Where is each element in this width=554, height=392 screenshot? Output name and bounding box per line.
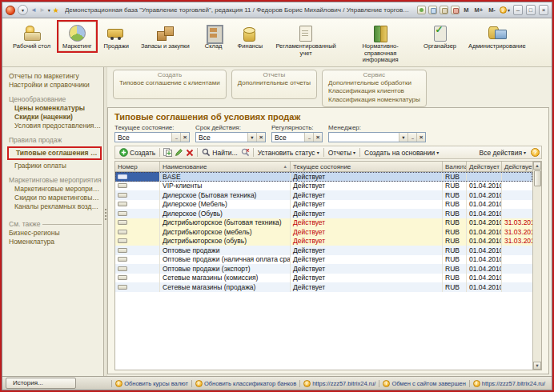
scroll-up-button[interactable] bbox=[533, 162, 541, 170]
table-row[interactable]: Дилерское (Обувь) Действует RUB 01.04.20… bbox=[115, 209, 532, 218]
minimize-button[interactable] bbox=[513, 5, 523, 15]
table-row[interactable]: Дилерское (Мебель) Действует RUB 01.04.2… bbox=[115, 200, 532, 210]
delete-button[interactable] bbox=[184, 149, 195, 157]
panel-action-link[interactable]: Типовое соглашение с клиентами bbox=[119, 79, 220, 88]
info-dropdown-button[interactable] bbox=[500, 6, 510, 14]
formula-calc-icon[interactable] bbox=[451, 6, 460, 14]
status-link[interactable]: Обмен с сайтом завершен bbox=[379, 380, 468, 387]
favorites-add-icon[interactable] bbox=[417, 6, 426, 14]
clear-filter-button[interactable] bbox=[416, 133, 425, 142]
clear-filter-button[interactable] bbox=[313, 133, 322, 142]
row-valid-from-cell: 01.04.2010 bbox=[467, 246, 502, 255]
table-row[interactable]: Оптовые продажи Действует RUB 01.04.2010 bbox=[115, 246, 532, 255]
sidebar-item[interactable]: Скидки по маркетинговым мероприят... bbox=[7, 194, 102, 202]
edit-button[interactable] bbox=[173, 148, 184, 157]
scroll-down-button[interactable] bbox=[533, 362, 541, 370]
column-header-currency[interactable]: Валюта bbox=[443, 162, 467, 171]
clear-filter-button[interactable] bbox=[180, 133, 189, 142]
nav-history-caret[interactable] bbox=[48, 7, 50, 13]
row-valid-to-cell: 31.03.2013 bbox=[502, 237, 532, 246]
back-button[interactable]: ◄ bbox=[30, 6, 37, 14]
choose-button[interactable] bbox=[171, 133, 180, 142]
panel-action-link[interactable]: Дополнительные обработки bbox=[328, 79, 420, 88]
sidebar-item[interactable]: Бизнес-регионы bbox=[7, 229, 102, 238]
favorites-star-icon[interactable]: ★ bbox=[53, 6, 59, 14]
column-header-from[interactable]: Действует с bbox=[467, 162, 502, 171]
column-header-to[interactable]: Действует по bbox=[502, 162, 532, 171]
panel-splitter[interactable] bbox=[103, 67, 107, 377]
reports-button[interactable]: Отчеты bbox=[326, 149, 358, 157]
memory-m-button[interactable]: M bbox=[462, 6, 470, 14]
table-row[interactable]: Сетевые магазины (комиссия) Действует RU… bbox=[115, 274, 532, 283]
panel-action-link[interactable]: Классификация номенклатуры bbox=[328, 96, 420, 105]
sidebar-item[interactable]: Каналы рекламных воздействий bbox=[7, 202, 102, 211]
sidebar-item[interactable]: Настройки и справочники bbox=[7, 81, 102, 90]
table-row[interactable]: Сетевые магазины (продажа) Действует RUB… bbox=[115, 282, 532, 292]
ribbon-section-tab[interactable]: Регламентированный учет bbox=[269, 20, 343, 59]
copy-button[interactable] bbox=[162, 148, 173, 157]
scrollbar-thumb[interactable] bbox=[534, 170, 541, 186]
filter-input[interactable]: Все bbox=[271, 132, 323, 142]
status-link[interactable]: https://zzz57.bitrix24.ru/ bbox=[299, 380, 379, 387]
sidebar-item[interactable]: Условия предоставления скидок (наце... bbox=[7, 122, 102, 130]
main-menu-button[interactable] bbox=[18, 5, 28, 15]
sidebar-item[interactable]: Типовые соглашения с клиентами bbox=[7, 146, 102, 160]
filter-input[interactable] bbox=[328, 132, 426, 142]
panel-action-link[interactable]: Классификация клиентов bbox=[328, 87, 420, 96]
ribbon-section-tab[interactable]: Органайзер bbox=[418, 20, 462, 53]
calendar-icon[interactable] bbox=[428, 6, 437, 14]
sidebar-item[interactable]: Цены номенклатуры bbox=[7, 104, 102, 113]
ribbon-section-tab[interactable]: Рабочий стол bbox=[7, 20, 56, 53]
window-title: Демонстрационная база "Управление торгов… bbox=[65, 6, 411, 14]
ribbon-section-tab[interactable]: Нормативно-справочная информация bbox=[343, 20, 417, 66]
column-header-name[interactable]: Наименование bbox=[160, 162, 291, 171]
sidebar-item[interactable]: Скидки (наценки) bbox=[7, 113, 102, 122]
table-row[interactable]: Дистрибьюторское (бытовая техника) Дейст… bbox=[115, 218, 532, 228]
memory-mplus-button[interactable]: M+ bbox=[472, 6, 484, 14]
table-row[interactable]: Оптовые продажи (экспорт) Действует RUB … bbox=[115, 264, 532, 274]
sidebar-item[interactable]: Отчеты по маркетингу bbox=[7, 72, 102, 81]
ribbon-section-tab[interactable]: Администрирование bbox=[463, 20, 532, 53]
calculator-icon[interactable] bbox=[440, 6, 448, 14]
status-link[interactable]: Обновить курсы валют bbox=[111, 380, 191, 387]
ribbon-section-tab[interactable]: Финансы bbox=[232, 20, 269, 53]
table-row[interactable]: Оптовые продажи (наличная оплата сразу) … bbox=[115, 255, 532, 265]
vertical-scrollbar[interactable] bbox=[532, 162, 541, 370]
table-row[interactable]: VIP-клиенты Действует RUB 01.04.2010 bbox=[115, 182, 532, 191]
all-actions-button[interactable]: Все действия bbox=[477, 149, 528, 157]
table-row[interactable]: Дистрибьюторское (мебель) Действует RUB … bbox=[115, 227, 532, 237]
find-button[interactable]: Найти... bbox=[199, 148, 239, 157]
ribbon-section-tab[interactable]: Запасы и закупки bbox=[135, 20, 195, 53]
ribbon-section-tab[interactable]: Маркетинг bbox=[57, 20, 97, 53]
memory-mminus-button[interactable]: M- bbox=[487, 6, 497, 14]
filter-input[interactable]: Все bbox=[195, 132, 266, 142]
table-row[interactable]: Дистрибьюторское (обувь) Действует RUB 0… bbox=[115, 237, 532, 246]
ribbon-section-tab[interactable]: Склад bbox=[196, 20, 231, 53]
choose-button[interactable] bbox=[407, 133, 416, 142]
column-header-state[interactable]: Текущее состояние bbox=[291, 162, 443, 171]
dropdown-caret-button[interactable] bbox=[399, 133, 407, 142]
create-from-button[interactable]: Создать на основании bbox=[362, 149, 441, 157]
create-button[interactable]: Создать bbox=[117, 148, 158, 157]
forward-button[interactable]: ► bbox=[39, 6, 46, 14]
status-link[interactable]: Обновить классификатор банков bbox=[191, 380, 299, 387]
ribbon-section-tab[interactable]: Продажи bbox=[98, 20, 134, 53]
filter-input[interactable]: Все bbox=[114, 132, 190, 142]
maximize-button[interactable] bbox=[526, 5, 536, 15]
dropdown-caret-button[interactable] bbox=[247, 133, 256, 142]
clear-search-button[interactable] bbox=[240, 148, 251, 157]
status-link[interactable]: https://zzz57.bitrix24.ru/ bbox=[469, 380, 548, 387]
sidebar-item[interactable]: Маркетинговые мероприятия bbox=[7, 185, 102, 194]
table-row[interactable]: Дилерское (Бытовая техника) Действует RU… bbox=[115, 190, 532, 200]
help-button[interactable] bbox=[531, 148, 540, 157]
history-button[interactable]: История... bbox=[6, 378, 76, 389]
clear-filter-button[interactable] bbox=[256, 133, 265, 142]
set-status-button[interactable]: Установить статус bbox=[255, 149, 322, 157]
choose-button[interactable] bbox=[304, 133, 313, 142]
table-row[interactable]: BASE Действует RUB bbox=[115, 172, 532, 182]
close-button[interactable] bbox=[539, 5, 548, 15]
panel-action-link[interactable]: Дополнительные отчеты bbox=[238, 79, 311, 88]
sidebar-item[interactable]: Номенклатура bbox=[7, 238, 102, 246]
sidebar-item[interactable]: Графики оплаты bbox=[7, 162, 102, 170]
column-header-number[interactable]: Номер bbox=[115, 162, 160, 171]
